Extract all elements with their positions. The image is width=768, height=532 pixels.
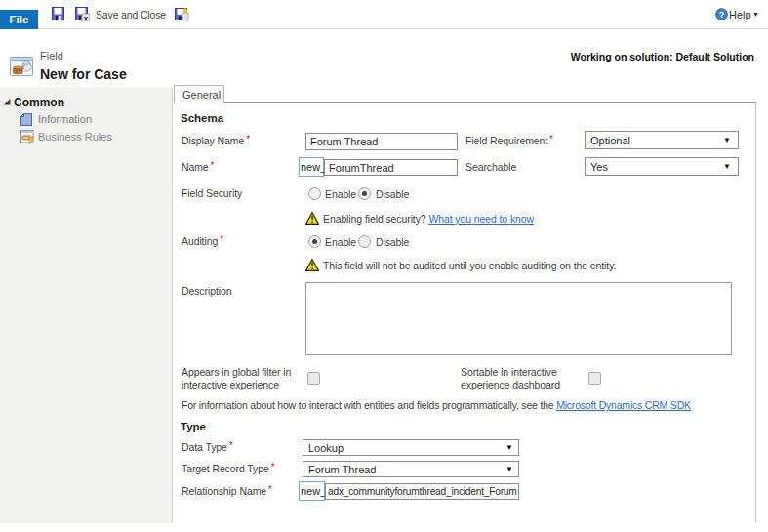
svg-text:x: x — [84, 14, 89, 21]
svg-text:?: ? — [719, 10, 725, 20]
